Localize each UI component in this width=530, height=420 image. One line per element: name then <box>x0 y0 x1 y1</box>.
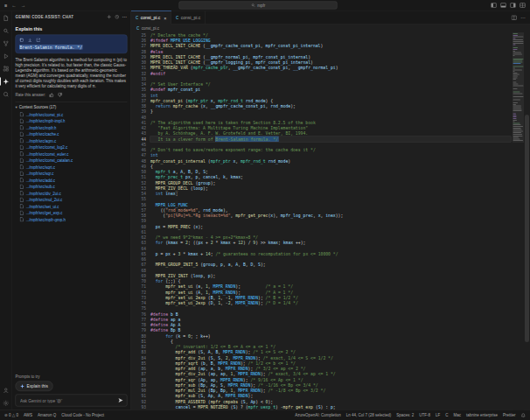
status-prettier[interactable]: Prettier <box>503 413 516 417</box>
context-sources-list: .../mpfr/src/const_pi.c.../mpfr/src/mpfr… <box>16 111 128 223</box>
context-source-link[interactable]: .../mpfr/src/mpfr.h <box>26 125 57 130</box>
notifications-bell-icon[interactable] <box>521 413 527 418</box>
context-source-item[interactable]: .../mpfr/src/get_exp.c <box>16 210 128 217</box>
editor-group: C const_pi.c × C const_pi.c ⋯ C const_pi… <box>131 11 530 410</box>
context-source-item[interactable]: .../mpfr/src/sqr.c <box>16 171 128 178</box>
menu-icon[interactable]: ≡ <box>4 3 7 8</box>
insert-at-cursor-icon[interactable] <box>28 38 33 43</box>
breadcrumb[interactable]: C const_pi.c <box>131 24 530 32</box>
context-source-link[interactable]: .../mpfr/src/cache.c <box>26 132 59 136</box>
minimap-line <box>513 84 519 85</box>
open-in-file-icon[interactable] <box>36 38 41 43</box>
context-source-link[interactable]: .../mpfr/src/mul_2ui.c <box>26 198 63 202</box>
gemini-star-icon <box>20 384 24 388</box>
context-source-link[interactable]: .../mpfr/src/mpfr-gmp.h <box>26 217 66 221</box>
source-control-icon[interactable] <box>0 39 11 48</box>
context-source-item[interactable]: .../mpfr/src/cache.c <box>16 131 128 138</box>
command-center-search[interactable]: mpfr <box>179 2 338 10</box>
settings-gear-icon[interactable] <box>0 399 11 408</box>
run-debug-icon[interactable] <box>0 52 11 60</box>
toggle-sidebar-icon[interactable] <box>491 3 497 9</box>
context-source-link[interactable]: .../mpfr/src/sub.c <box>26 185 55 189</box>
context-source-link[interactable]: .../mpfr/src/const_pi.c <box>26 112 64 116</box>
status-tabnine[interactable]: tabnine enterprise <box>466 413 498 417</box>
status-aws[interactable]: AWS <box>24 413 32 417</box>
history-icon[interactable] <box>115 14 120 19</box>
more-actions-icon[interactable]: ⋯ <box>521 15 527 20</box>
context-source-link[interactable]: .../mpfr/src/set_ui.c <box>26 204 59 208</box>
close-icon[interactable]: × <box>164 15 166 20</box>
status-cursor-position[interactable]: Ln 44, Col 7 (28 selected) <box>346 413 392 417</box>
tab-const-pi-inactive[interactable]: C const_pi.c <box>171 11 206 24</box>
status-platform[interactable]: Mac <box>453 413 461 417</box>
status-amazon-q[interactable]: Amazon Q <box>38 413 56 417</box>
toggle-panel-icon[interactable] <box>500 3 506 9</box>
chat-input[interactable] <box>19 397 115 403</box>
context-source-link[interactable]: .../mpfr/src/div_2ui.c <box>26 191 61 195</box>
thumbs-down-icon[interactable] <box>57 93 62 98</box>
status-indentation[interactable]: Spaces: 2 <box>396 413 414 417</box>
context-source-link[interactable]: .../mpfr/src/sqrt.c <box>26 164 56 169</box>
context-source-item[interactable]: .../mpfr/src/agm.c <box>16 137 128 144</box>
minimap-line <box>513 140 524 141</box>
file-icon <box>20 138 24 144</box>
code-line[interactable]: cancel = MPFR_NOTZERO (S) ? (mpfr_uexp_t… <box>150 404 511 410</box>
context-source-item[interactable]: .../mpfr/src/const_catalan.c <box>16 158 128 164</box>
status-language-mode[interactable]: C <box>445 413 448 417</box>
context-source-item[interactable]: .../mpfr/src/sub.c <box>16 184 128 191</box>
more-actions-icon[interactable]: ⋯ <box>122 14 128 19</box>
context-source-item[interactable]: .../mpfr/src/div_2ui.c <box>16 190 128 197</box>
customize-layout-icon[interactable] <box>520 3 526 9</box>
context-source-item[interactable]: .../mpfr/src/set_ui.c <box>16 203 128 210</box>
context-source-link[interactable]: .../mpfr/src/add.c <box>26 178 56 182</box>
status-cloud-code[interactable]: Cloud Code - No Project <box>61 413 104 417</box>
minimap[interactable] <box>513 32 524 410</box>
code-area[interactable]: /* Declare the cache */#ifndef MPFR_USE_… <box>149 32 530 410</box>
gemini-code-assist-icon[interactable] <box>0 77 11 86</box>
minimap-line <box>513 45 516 46</box>
context-source-link[interactable]: .../mpfr/src/sqr.c <box>26 172 54 176</box>
copy-icon[interactable] <box>19 38 24 43</box>
context-source-item[interactable]: .../mpfr/src/mul_2ui.c <box>16 197 128 204</box>
context-sources-header[interactable]: ▾ Context Sources (17) <box>16 105 128 109</box>
tab-const-pi-active[interactable]: C const_pi.c × <box>131 11 171 24</box>
context-source-link[interactable]: .../mpfr/src/mpfr-impl.h <box>26 119 66 123</box>
context-source-link[interactable]: .../mpfr/src/get_exp.c <box>26 211 63 215</box>
context-source-link[interactable]: .../mpfr/src/const_euler.c <box>26 151 69 156</box>
context-source-item[interactable]: .../mpfr/src/add.c <box>16 177 128 184</box>
minimap-line <box>513 107 522 108</box>
context-source-item[interactable]: .../mpfr/src/const_log2.c <box>16 144 128 151</box>
editor-scrollbar[interactable] <box>524 32 530 410</box>
scrollbar-thumb[interactable] <box>525 115 529 342</box>
minimap-line <box>513 110 522 111</box>
context-source-item[interactable]: .../mpfr/src/mpfr-gmp.h <box>16 216 128 223</box>
context-source-link[interactable]: .../mpfr/src/const_log2.c <box>26 145 68 150</box>
search-sidebar-icon[interactable] <box>0 26 11 35</box>
account-icon[interactable] <box>0 386 11 395</box>
status-problems[interactable]: ⊘ 0 △ 0 <box>4 413 18 417</box>
split-editor-icon[interactable] <box>512 15 518 21</box>
thumbs-up-icon[interactable] <box>49 93 54 98</box>
status-azure-openai[interactable]: AzureOpenAI: Completion <box>295 413 340 417</box>
breadcrumb-file: const_pi.c <box>142 26 159 31</box>
context-source-item[interactable]: .../mpfr/src/mpfr-impl.h <box>16 118 128 125</box>
new-chat-icon[interactable] <box>107 14 112 19</box>
amazon-q-icon[interactable] <box>0 90 11 99</box>
file-icon <box>20 198 24 203</box>
context-source-item[interactable]: .../mpfr/src/const_euler.c <box>16 150 128 158</box>
context-source-link[interactable]: .../mpfr/src/const_catalan.c <box>26 158 73 163</box>
c-file-icon: C <box>176 16 178 20</box>
suggested-prompt-chip[interactable]: Explain this <box>16 382 53 392</box>
code-snippet[interactable]: Brent-Salamin formula. */ <box>19 45 123 50</box>
status-encoding[interactable]: UTF-8 <box>419 413 430 417</box>
extensions-icon[interactable] <box>0 65 11 74</box>
send-icon[interactable] <box>117 397 124 404</box>
toggle-secondary-sidebar-icon[interactable] <box>510 3 516 9</box>
status-eol[interactable]: LF <box>436 413 440 417</box>
context-source-item[interactable]: .../mpfr/src/mpfr.h <box>16 124 128 131</box>
back-arrow-icon[interactable]: ← <box>11 3 17 8</box>
explorer-icon[interactable] <box>0 14 11 23</box>
context-source-link[interactable]: .../mpfr/src/agm.c <box>26 138 57 143</box>
context-source-item[interactable]: .../mpfr/src/sqrt.c <box>16 164 128 171</box>
context-source-item[interactable]: .../mpfr/src/const_pi.c <box>16 111 128 118</box>
